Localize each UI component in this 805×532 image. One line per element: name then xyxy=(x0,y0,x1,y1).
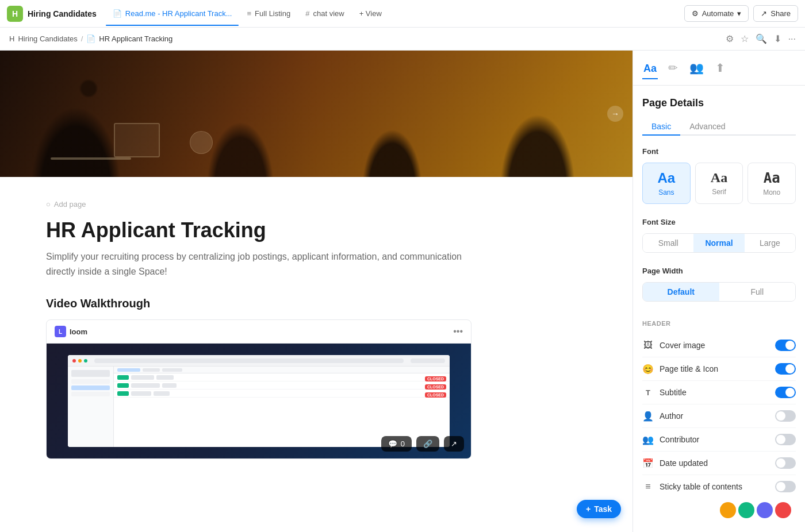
breadcrumb-page-label: HR Applicant Tracking xyxy=(99,34,172,43)
video-inner-header xyxy=(68,355,450,367)
laptop-hint xyxy=(114,123,160,157)
panel-tab-text[interactable]: Aa xyxy=(642,58,658,78)
add-page-button[interactable]: ○ Add page xyxy=(46,200,471,209)
toggle-label-contributor: 👥 Contributor xyxy=(642,434,699,445)
toggle-subtitle[interactable] xyxy=(775,387,796,398)
toggle-page-title-icon[interactable] xyxy=(775,363,796,375)
toggle-row-cover-image: 🖼 Cover image xyxy=(642,334,796,357)
nav-tabs: 📄 Read.me - HR Applicant Track... ≡ Full… xyxy=(106,6,684,21)
video-link-button[interactable]: 🔗 xyxy=(416,436,439,452)
task-fab-button[interactable]: + Task xyxy=(577,500,621,518)
toggle-contributor[interactable] xyxy=(775,434,796,445)
panel-tab-edit[interactable]: ✏ xyxy=(667,57,679,78)
size-small[interactable]: Small xyxy=(643,234,693,252)
panel-sub-tab-advanced[interactable]: Advanced xyxy=(680,118,734,134)
action-bar xyxy=(411,358,445,363)
toggle-label-date-updated: 📅 Date updated xyxy=(642,458,708,469)
width-full[interactable]: Full xyxy=(719,283,796,301)
cover-next-arrow[interactable]: → xyxy=(607,106,623,122)
toggle-cover-image[interactable] xyxy=(775,340,796,351)
page-content: ○ Add page HR Applicant Tracking Simplif… xyxy=(0,177,518,496)
edit-icon: ✏ xyxy=(668,61,678,74)
automate-icon: ⚙ xyxy=(692,9,699,18)
nav-tab-chat-view[interactable]: # chat view xyxy=(298,6,351,21)
cover-image: → xyxy=(0,51,632,177)
loom-icon: L xyxy=(55,326,66,337)
vt1 xyxy=(117,368,140,372)
avatar-2[interactable] xyxy=(738,502,754,518)
nav-actions: ⚙ Automate ▾ ↗ Share xyxy=(684,5,798,22)
panel-tab-export[interactable]: ⬆ xyxy=(714,57,726,78)
section-heading-video: Video Walkthrough xyxy=(46,297,471,310)
dot-red xyxy=(72,359,76,363)
v-badge-2 xyxy=(117,383,129,388)
font-label-mono: Mono xyxy=(763,188,780,196)
nav-tab-add-view[interactable]: + View xyxy=(352,6,389,21)
app-logo-text: Hiring Candidates xyxy=(28,9,97,18)
avatar-3[interactable] xyxy=(757,502,773,518)
size-large[interactable]: Large xyxy=(745,234,795,252)
page-width-label: Page Width xyxy=(642,267,796,275)
app-logo[interactable]: H Hiring Candidates xyxy=(7,6,97,22)
font-size-label: Font Size xyxy=(642,218,796,226)
search-icon[interactable]: 🔍 xyxy=(756,33,767,44)
width-full-label: Full xyxy=(750,287,764,296)
panel-sub-tab-basic[interactable]: Basic xyxy=(642,118,680,134)
app-logo-icon: H xyxy=(7,6,23,22)
dot-yellow xyxy=(78,359,82,363)
font-option-serif[interactable]: Aa Serif xyxy=(695,163,743,204)
breadcrumb-workspace[interactable]: H Hiring Candidates xyxy=(9,34,78,43)
contributor-icon: 👥 xyxy=(642,434,654,445)
size-large-label: Large xyxy=(760,238,780,248)
advanced-tab-label: Advanced xyxy=(689,122,725,131)
comment-count: 0 xyxy=(401,440,405,448)
link-icon: 🔗 xyxy=(423,440,432,448)
page-subtitle: Simplify your recruiting process by cent… xyxy=(46,249,471,279)
content-area: → ○ Add page HR Applicant Tracking Simpl… xyxy=(0,51,632,532)
panel-icon-tabs: Aa ✏ 👥 ⬆ xyxy=(633,51,805,86)
settings-icon[interactable]: ⚙ xyxy=(726,33,734,44)
video-more-button[interactable]: ••• xyxy=(453,326,463,337)
panel-tab-collab[interactable]: 👥 xyxy=(688,57,705,78)
v-cell-3 xyxy=(131,383,160,388)
breadcrumb-page[interactable]: 📄 HR Applicant Tracking xyxy=(86,34,172,43)
sticky-toc-label: Sticky table of contents xyxy=(660,482,742,491)
font-option-sans[interactable]: Aa Sans xyxy=(642,163,691,204)
toggle-date-updated[interactable] xyxy=(775,457,796,469)
panel-content-area: Page Details Basic Advanced Font Aa Sans xyxy=(633,86,805,532)
size-normal[interactable]: Normal xyxy=(693,234,744,252)
video-inner-main: CLOSED CLOSED xyxy=(114,367,450,447)
nav-tab-full-listing-label: Full Listing xyxy=(255,9,290,18)
automate-button[interactable]: ⚙ Automate ▾ xyxy=(684,5,749,22)
url-bar xyxy=(94,358,404,363)
video-container: L loom ••• xyxy=(46,319,471,459)
v-cell-4 xyxy=(162,383,177,388)
toggle-author[interactable] xyxy=(775,410,796,422)
video-row-1: CLOSED xyxy=(114,373,450,381)
font-option-mono[interactable]: Aa Mono xyxy=(747,163,796,204)
subtitle-label: Subtitle xyxy=(660,388,687,397)
font-aa-serif: Aa xyxy=(711,170,727,186)
panel-sub-tabs: Basic Advanced xyxy=(642,118,796,136)
size-options: Small Normal Large xyxy=(642,233,796,253)
v-badge-3 xyxy=(117,391,129,396)
video-inner-sidebar xyxy=(68,367,114,447)
nav-tab-full-listing[interactable]: ≡ Full Listing xyxy=(240,6,297,21)
toggle-row-subtitle: T Subtitle xyxy=(642,381,796,404)
video-comment-button[interactable]: 💬 0 xyxy=(381,436,412,452)
toggle-row-page-title-icon: 😊 Page title & Icon xyxy=(642,357,796,381)
date-updated-label: Date updated xyxy=(660,458,708,468)
nav-tab-readme[interactable]: 📄 Read.me - HR Applicant Track... xyxy=(106,6,239,21)
size-small-label: Small xyxy=(658,238,678,248)
download-icon[interactable]: ⬇ xyxy=(774,33,781,44)
automate-label: Automate xyxy=(702,9,734,18)
share-button[interactable]: ↗ Share xyxy=(753,5,798,22)
avatar-4[interactable] xyxy=(775,502,791,518)
toggle-sticky-toc[interactable] xyxy=(775,481,796,492)
avatar-1[interactable] xyxy=(720,502,736,518)
more-icon[interactable]: ··· xyxy=(788,34,796,44)
breadcrumb-bar: H Hiring Candidates / 📄 HR Applicant Tra… xyxy=(0,28,805,51)
star-icon[interactable]: ☆ xyxy=(741,33,749,44)
width-default[interactable]: Default xyxy=(643,283,719,301)
video-external-button[interactable]: ↗ xyxy=(444,436,464,452)
